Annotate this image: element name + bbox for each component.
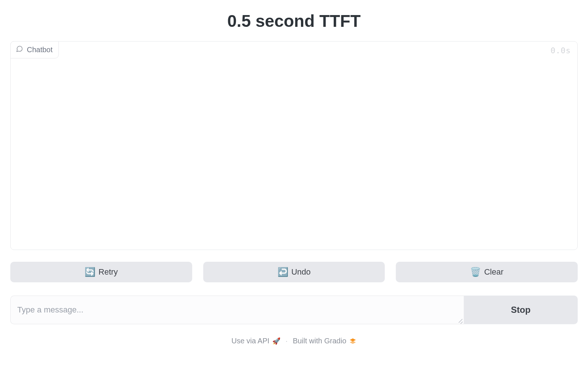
undo-button[interactable]: ↩️ Undo [203,262,385,282]
retry-icon: 🔄 [85,267,96,277]
footer-separator: · [286,337,288,345]
use-via-api-label: Use via API [232,337,269,345]
resize-handle-icon [456,317,462,323]
chatbot-panel: Chatbot 0.0s [10,41,578,250]
actions-row: 🔄 Retry ↩️ Undo 🗑️ Clear [10,262,578,282]
built-with-gradio-link[interactable]: Built with Gradio [293,337,357,345]
input-row: Stop [10,296,578,324]
clear-button[interactable]: 🗑️ Clear [396,262,578,282]
chatbot-tab: Chatbot [10,41,59,58]
chat-icon [16,45,23,54]
retry-label: Retry [98,267,118,277]
stop-button[interactable]: Stop [464,296,578,324]
chatbot-tab-label: Chatbot [27,46,53,54]
use-via-api-link[interactable]: Use via API 🚀 [232,337,280,345]
svg-marker-1 [350,341,356,344]
built-with-gradio-label: Built with Gradio [293,337,347,345]
message-input-wrap [10,296,464,324]
undo-icon: ↩️ [277,267,288,277]
latency-timer: 0.0s [551,46,571,55]
retry-button[interactable]: 🔄 Retry [10,262,192,282]
message-input[interactable] [17,305,457,315]
gradio-logo-icon [349,337,356,345]
rocket-icon: 🚀 [272,337,280,345]
clear-icon: 🗑️ [470,267,481,277]
footer: Use via API 🚀 · Built with Gradio [10,337,578,345]
clear-label: Clear [484,267,503,277]
page-title: 0.5 second TTFT [10,11,578,31]
undo-label: Undo [291,267,311,277]
